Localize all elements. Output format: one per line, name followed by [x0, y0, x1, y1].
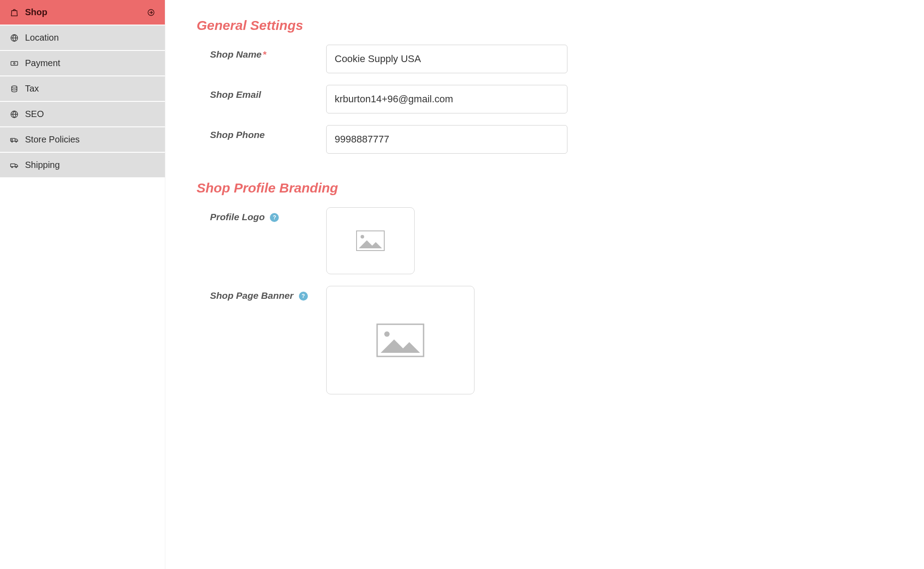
shop-email-input[interactable] — [326, 85, 567, 113]
field-row-shop-email: Shop Email — [197, 85, 893, 113]
sidebar-item-label: Location — [25, 33, 155, 43]
shop-phone-input[interactable] — [326, 125, 567, 154]
label-text: Shop Page Banner — [210, 290, 294, 301]
help-icon[interactable]: ? — [299, 292, 308, 301]
settings-content: General Settings Shop Name* Shop Email S… — [165, 0, 924, 569]
image-placeholder-icon — [356, 230, 385, 251]
arrow-right-circle-icon — [147, 8, 155, 17]
sidebar-item-payment[interactable]: Payment — [0, 51, 165, 76]
shopping-bag-icon — [10, 8, 19, 17]
field-row-shop-banner: Shop Page Banner ? — [197, 286, 893, 394]
svg-rect-6 — [11, 138, 15, 141]
svg-point-13 — [361, 235, 364, 238]
globe-icon — [10, 33, 19, 42]
sidebar-item-seo[interactable]: SEO — [0, 102, 165, 127]
sidebar-item-label: SEO — [25, 109, 155, 119]
svg-point-10 — [12, 166, 13, 167]
field-row-shop-name: Shop Name* — [197, 45, 893, 73]
sidebar-item-label: Shop — [25, 7, 141, 17]
section-title-general: General Settings — [197, 18, 893, 33]
svg-point-8 — [16, 141, 17, 142]
money-icon — [10, 59, 19, 68]
shop-name-input[interactable] — [326, 45, 567, 73]
svg-point-11 — [16, 166, 17, 167]
image-placeholder-icon — [376, 323, 424, 357]
settings-sidebar: Shop Location Payment Tax — [0, 0, 165, 569]
sidebar-item-label: Tax — [25, 84, 155, 94]
label-text: Shop Phone — [210, 130, 265, 140]
sidebar-item-tax[interactable]: Tax — [0, 76, 165, 102]
svg-point-15 — [384, 331, 390, 337]
svg-rect-9 — [11, 163, 15, 167]
sidebar-item-label: Payment — [25, 58, 155, 68]
svg-point-7 — [12, 141, 13, 142]
field-label: Profile Logo ? — [197, 207, 326, 222]
sidebar-item-location[interactable]: Location — [0, 25, 165, 51]
coins-icon — [10, 84, 19, 93]
field-row-shop-phone: Shop Phone — [197, 125, 893, 154]
section-title-branding: Shop Profile Branding — [197, 180, 893, 196]
globe-icon — [10, 110, 19, 119]
field-label: Shop Page Banner ? — [197, 286, 326, 301]
field-label: Shop Name* — [197, 45, 326, 60]
required-asterisk: * — [263, 49, 267, 59]
help-icon[interactable]: ? — [270, 213, 279, 222]
sidebar-item-label: Store Policies — [25, 134, 155, 145]
profile-logo-upload[interactable] — [326, 207, 415, 274]
shop-banner-upload[interactable] — [326, 286, 475, 394]
label-text: Shop Email — [210, 89, 261, 100]
field-row-profile-logo: Profile Logo ? — [197, 207, 893, 274]
label-text: Shop Name — [210, 49, 262, 59]
truck-plus-icon — [10, 135, 19, 144]
sidebar-item-shipping[interactable]: Shipping — [0, 153, 165, 178]
sidebar-item-label: Shipping — [25, 160, 155, 170]
truck-icon — [10, 161, 19, 170]
app-root: Shop Location Payment Tax — [0, 0, 924, 569]
field-label: Shop Email — [197, 85, 326, 100]
sidebar-item-shop[interactable]: Shop — [0, 0, 165, 25]
svg-point-4 — [12, 86, 17, 88]
field-label: Shop Phone — [197, 125, 326, 140]
svg-point-3 — [13, 63, 15, 64]
svg-rect-2 — [11, 61, 18, 65]
label-text: Profile Logo — [210, 212, 265, 222]
sidebar-item-store-policies[interactable]: Store Policies — [0, 127, 165, 153]
